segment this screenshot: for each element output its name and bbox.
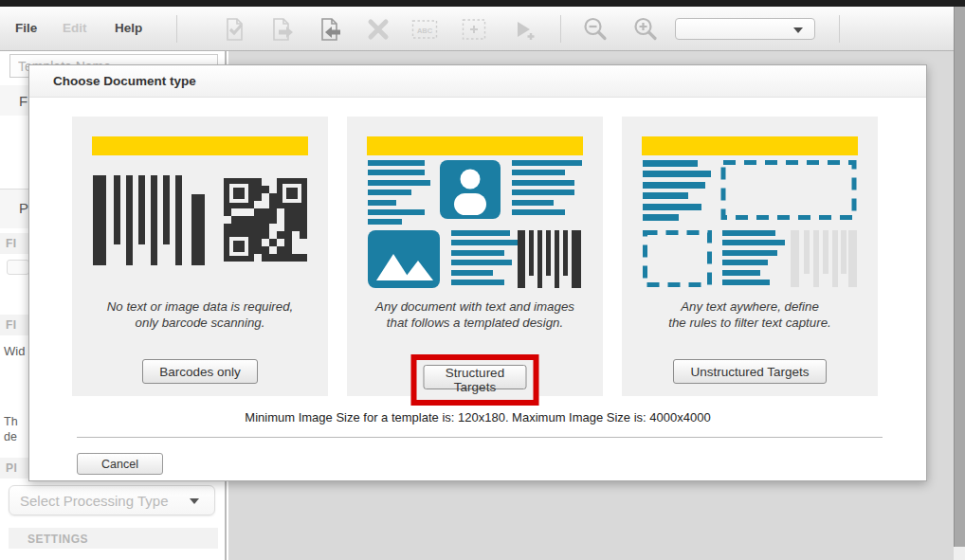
scrollbar-footer: [954, 547, 965, 560]
sidebar-text-fragment: de: [4, 430, 17, 443]
card-yellow-header-graphic: [92, 136, 308, 155]
svg-text:ABC: ABC: [417, 27, 433, 35]
structured-document-graphic: [368, 160, 582, 288]
text-capture-abc-icon[interactable]: ABC: [410, 16, 439, 43]
cancel-button[interactable]: Cancel: [77, 453, 163, 475]
barcode-qr-graphic: [93, 175, 307, 270]
unstructured-document-graphic: [643, 160, 857, 288]
sidebar-section-settings[interactable]: SETTINGS: [9, 528, 218, 549]
import-document-icon[interactable]: [317, 16, 345, 43]
card-structured-targets: Any document with text and images that f…: [347, 117, 603, 396]
zoom-level-dropdown[interactable]: [675, 18, 815, 40]
sidebar-section-fragment: F: [19, 93, 27, 109]
card-description: No text or image data is required, only …: [72, 298, 328, 331]
card-yellow-header-graphic: [642, 136, 858, 155]
zoom-in-icon[interactable]: [631, 16, 660, 43]
toolbar-separator: [560, 15, 561, 43]
toolbar-separator: [839, 15, 840, 43]
chevron-down-icon: [793, 27, 803, 33]
choose-document-type-dialog: Choose Document type No text or image da…: [28, 64, 927, 481]
sidebar-section-fragment: P: [19, 200, 28, 216]
run-add-icon[interactable]: [509, 16, 537, 43]
window-top-bar: [0, 0, 965, 7]
dialog-divider: [77, 437, 883, 438]
menu-file[interactable]: File: [9, 7, 43, 50]
window-right-scrollbar[interactable]: [954, 7, 965, 547]
card-yellow-header-graphic: [367, 136, 583, 155]
highlight-red-box: Structured Targets: [411, 354, 539, 406]
unstructured-targets-button[interactable]: Unstructured Targets: [673, 359, 826, 384]
add-target-icon[interactable]: [460, 16, 488, 43]
sidebar-text-fragment: Th: [4, 415, 18, 428]
barcodes-only-button[interactable]: Barcodes only: [142, 359, 258, 384]
processing-type-dropdown[interactable]: Select Processing Type: [9, 485, 215, 515]
zoom-out-icon[interactable]: [581, 16, 610, 43]
validate-document-icon[interactable]: [221, 16, 249, 43]
application-window: File Edit Help: [0, 0, 965, 560]
processing-type-placeholder: Select Processing Type: [20, 493, 168, 509]
dialog-title: Choose Document type: [29, 65, 926, 98]
card-unstructured-targets: Any text aywhere, define the rules to fi…: [622, 117, 878, 396]
export-document-icon[interactable]: [268, 16, 297, 43]
structured-targets-button[interactable]: Structured Targets: [424, 365, 527, 389]
card-description: Any text aywhere, define the rules to fi…: [622, 298, 878, 331]
menu-help[interactable]: Help: [109, 7, 148, 50]
toolbar-separator: [176, 15, 177, 43]
toolbar: File Edit Help: [0, 7, 965, 51]
delete-icon[interactable]: [364, 16, 392, 43]
card-description: Any document with text and images that f…: [347, 298, 603, 331]
image-size-note: Minimum Image Size for a template is: 12…: [29, 410, 926, 425]
chevron-down-icon: [190, 498, 199, 504]
sidebar-label-fragment: Wid: [4, 344, 25, 358]
card-barcodes-only: No text or image data is required, only …: [72, 117, 328, 396]
sidebar-checkbox-fragment[interactable]: [7, 260, 29, 275]
menu-edit: Edit: [57, 7, 93, 50]
